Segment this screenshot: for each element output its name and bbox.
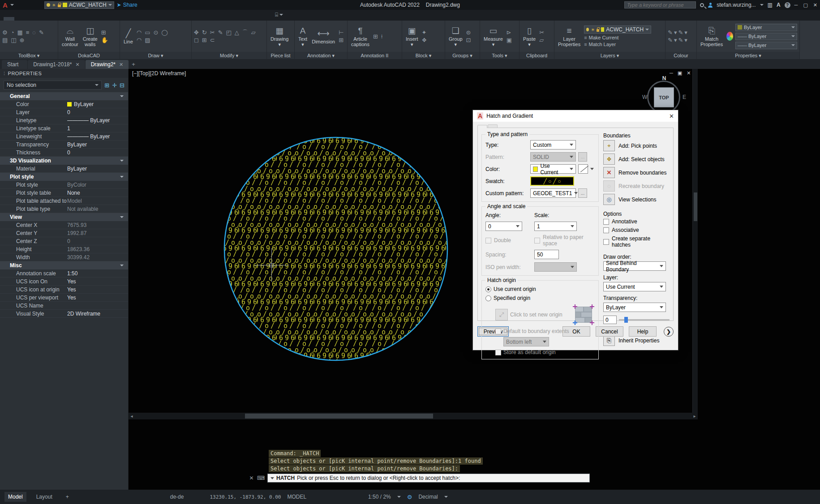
autocad-logo-icon[interactable]: A: [3, 2, 8, 9]
draw-order-combo[interactable]: Send Behind Boundary: [603, 261, 666, 271]
panel-label[interactable]: Modify ▾: [192, 52, 266, 59]
custom-pattern-combo[interactable]: GEODE_TEST1: [530, 188, 576, 198]
help-button[interactable]: Help: [629, 326, 657, 337]
ribbon-big-button[interactable]: ⟷Dimension: [310, 28, 336, 45]
linetype-combo[interactable]: ——ByLayer: [735, 42, 797, 49]
viewcube-top-face[interactable]: TOP: [654, 87, 674, 107]
ribbon-tab[interactable]: [97, 17, 107, 21]
toolbox-icons[interactable]: ⚙◔▦≡◌✎▤◫⊕: [2, 29, 52, 44]
select-objects-icon[interactable]: ✛: [112, 82, 117, 89]
property-row[interactable]: Layer 0: [0, 108, 128, 116]
scale-combo[interactable]: 1: [534, 222, 577, 231]
modify-icons[interactable]: ✥↻✂✎◰△⌒▱◻⊞⊂: [194, 29, 261, 44]
qat-layer-combo[interactable]: ☀ ACWC_HATCH: [44, 1, 114, 9]
panel-label[interactable]: Layers ▾: [554, 52, 665, 59]
view-selections-button[interactable]: ◎ View Selections: [603, 194, 670, 205]
panel-label[interactable]: Properties ▾: [697, 52, 799, 59]
ribbon-layer-combo[interactable]: ☀ ACWC_HATCH: [584, 26, 651, 34]
command-close-icon[interactable]: ✕: [249, 475, 254, 481]
dokacad-icons[interactable]: ⊞✋: [101, 29, 115, 44]
transparency-combo[interactable]: ByLayer: [603, 303, 666, 312]
property-row[interactable]: UCS icon at origin Yes: [0, 286, 128, 294]
settings-gear-icon[interactable]: ⚙: [407, 494, 412, 500]
scroll-right-icon[interactable]: ▸: [691, 414, 698, 419]
ribbon-big-button[interactable]: ▯Paste ▾: [522, 26, 537, 47]
viewcube-east[interactable]: E: [683, 94, 686, 100]
property-row[interactable]: Transparency ByLayer: [0, 141, 128, 149]
match-layer-button[interactable]: ≡Match Layer: [584, 42, 651, 47]
autodesk-app-icon[interactable]: A: [777, 2, 781, 8]
specified-origin-radio[interactable]: [485, 295, 491, 301]
ribbon-tab[interactable]: [108, 17, 119, 21]
close-tab-icon[interactable]: ✕: [119, 62, 123, 68]
new-tab-button[interactable]: +: [132, 61, 135, 69]
ribbon-big-button[interactable]: AText ▾: [297, 26, 309, 47]
property-row[interactable]: Plot style: [0, 173, 128, 181]
horizontal-scrollbar[interactable]: ◂ ▸: [129, 413, 698, 419]
units-menu-caret-icon[interactable]: [444, 496, 448, 498]
recent-commands-icon[interactable]: [270, 477, 274, 479]
property-row[interactable]: Width 30399.42: [0, 253, 128, 261]
ribbon-big-button[interactable]: ⌓Wall contour: [60, 26, 80, 47]
ribbon-tab[interactable]: [73, 17, 84, 21]
cart-icon[interactable]: ▥: [768, 2, 773, 8]
viewport-controls-label[interactable]: [−][Top][2D Wireframe]: [132, 70, 186, 77]
search-input[interactable]: [624, 1, 696, 9]
custom-pattern-browse-button[interactable]: ...: [578, 188, 587, 198]
colour-icons[interactable]: ✎▾✎▾✎▾✎▾: [668, 29, 693, 44]
block-icons[interactable]: ✦❖: [422, 29, 432, 44]
property-row[interactable]: Center X 7675.93: [0, 221, 128, 229]
transparency-slider[interactable]: [619, 319, 670, 320]
palette-grip-icon[interactable]: ⁞: [4, 71, 5, 76]
scroll-left-icon[interactable]: ◂: [129, 414, 135, 419]
clipboard-icons[interactable]: ✂▱: [539, 29, 545, 44]
model-tab[interactable]: Model: [4, 492, 26, 502]
ribbon-tab[interactable]: [120, 17, 131, 21]
object-color-combo[interactable]: ByLayer: [735, 24, 797, 31]
panel-label[interactable]: ToolBox ▾: [0, 52, 58, 59]
property-row[interactable]: UCS Name: [0, 302, 128, 310]
property-row[interactable]: Thickness 0: [0, 149, 128, 157]
ribbon-tab[interactable]: [50, 17, 61, 21]
vscroll-thumb[interactable]: [694, 192, 697, 221]
transparency-value-field[interactable]: 0: [603, 316, 617, 324]
property-row[interactable]: Linetype ———— ByLayer: [0, 116, 128, 124]
property-row[interactable]: Center Y 1992.87: [0, 229, 128, 237]
panel-label[interactable]: Annotation ▾: [295, 52, 347, 59]
dialog-close-button[interactable]: ✕: [669, 113, 674, 120]
property-row[interactable]: Height 18623.36: [0, 245, 128, 253]
property-row[interactable]: Visual Style 2D Wireframe: [0, 310, 128, 318]
ribbon-tab[interactable]: [15, 17, 26, 21]
minimize-button[interactable]: ─: [794, 2, 798, 8]
ribbon-big-button[interactable]: ▭Measure ▾: [482, 26, 504, 47]
help-icon[interactable]: ?: [785, 2, 790, 8]
property-row[interactable]: 3D Visualization: [0, 157, 128, 165]
type-combo[interactable]: Custom: [530, 140, 576, 149]
recreate-boundary-button[interactable]: ◌ Recreate boundary: [603, 180, 670, 192]
panel-label[interactable]: Draw ▾: [120, 52, 191, 59]
property-row[interactable]: Lineweight ———— ByLayer: [0, 132, 128, 141]
tools-icons[interactable]: ⊳▣: [507, 29, 514, 44]
more-options-button[interactable]: ❯: [664, 327, 674, 337]
command-input[interactable]: HATCH Pick or press Esc to return to dia…: [267, 474, 590, 483]
file-tab[interactable]: Drawing2*✕: [86, 60, 129, 69]
app-menu-caret-icon[interactable]: [10, 4, 14, 6]
property-row[interactable]: Plot table type Not available: [0, 205, 128, 213]
pattern-swatch-preview[interactable]: ╱ ○ ╱ ○: [530, 176, 574, 186]
layout-tab[interactable]: Layout: [33, 492, 56, 502]
remove-boundaries-button[interactable]: ✕ Remove boundaries: [603, 167, 670, 178]
ribbon-tab[interactable]: [39, 17, 49, 21]
close-tab-icon[interactable]: ✕: [75, 62, 79, 68]
annotation2-icons[interactable]: ⊞⍿: [373, 33, 386, 40]
user-name[interactable]: stefan.wurzing...: [717, 2, 756, 8]
lineweight-combo[interactable]: ——ByLayer: [735, 33, 797, 40]
panel-label[interactable]: Groups ▾: [445, 52, 480, 59]
user-menu-caret-icon[interactable]: [760, 4, 764, 6]
hatched-circle[interactable]: o/o/ 9696 /o/o: [219, 132, 452, 366]
annotation-icons[interactable]: ⊢⊞: [339, 29, 347, 44]
color-wheel-icon[interactable]: [726, 32, 733, 41]
layer-combo[interactable]: Use Current: [603, 282, 666, 291]
chevron-down-icon[interactable]: [590, 168, 594, 170]
dialog-tab[interactable]: [488, 124, 498, 128]
groups-icons[interactable]: ⊜⊡: [466, 29, 472, 44]
